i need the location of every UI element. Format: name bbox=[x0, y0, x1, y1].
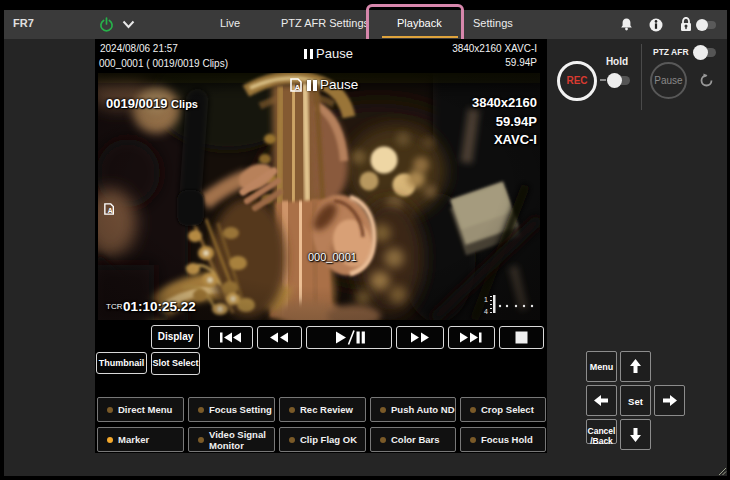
svg-text:A: A bbox=[295, 83, 301, 92]
svg-text:1: 1 bbox=[484, 296, 488, 303]
svg-text:4: 4 bbox=[484, 308, 488, 315]
svg-text:A: A bbox=[108, 207, 113, 214]
